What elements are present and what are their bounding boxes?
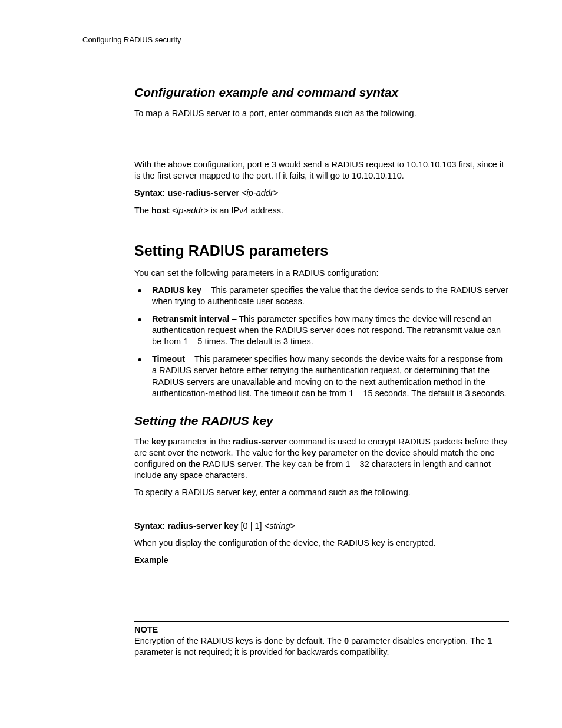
bullet-lead: Retransmit interval [152,314,229,324]
bullet-rest: – This parameter specifies the value tha… [152,285,508,306]
heading-setting-radius-parameters: Setting RADIUS parameters [134,242,509,259]
paragraph: The key parameter in the radius-server c… [134,436,509,482]
text: The [134,437,151,446]
text-bold: host [151,206,170,215]
list-item: Timeout – This parameter specifies how m… [134,354,509,400]
note-body: Encryption of the RADIUS keys is done by… [134,635,509,658]
spacer [134,504,509,521]
example-label: Example [134,555,509,565]
bullet-rest: – This parameter specifies how many seco… [152,354,507,398]
bullet-list: RADIUS key – This parameter specifies th… [134,285,509,400]
text: Encryption of the RADIUS keys is done by… [134,636,344,645]
syntax-label: Syntax: [134,188,165,197]
spacer [134,125,509,159]
text-bold: key [151,437,166,446]
heading-config-example: Configuration example and command syntax [134,85,509,100]
note-rule-bottom [134,664,509,664]
paragraph: To map a RADIUS server to a port, enter … [134,108,509,119]
spacer [134,572,509,621]
list-item: RADIUS key – This parameter specifies th… [134,285,509,308]
paragraph: To specify a RADIUS server key, enter a … [134,487,509,498]
syntax-command: use-radius-server [167,188,239,197]
text: The [134,206,151,215]
text: parameter disables encryption. The [349,636,487,645]
text: parameter in the [166,437,233,446]
body-column: Configuration example and command syntax… [134,85,509,664]
syntax-arg: <ip-addr> [242,188,278,197]
syntax-line: Syntax: radius-server key [0 | 1] <strin… [134,521,509,532]
syntax-line: Syntax: use-radius-server <ip-addr> [134,187,509,199]
paragraph: The host <ip-addr> is an IPv4 address. [134,205,509,216]
syntax-arg: <string> [265,521,295,531]
list-item: Retransmit interval – This parameter spe… [134,314,509,348]
paragraph: With the above configuration, port e 3 w… [134,159,509,182]
text-bold: radius-server [233,437,287,446]
text-italic: <ip-addr> [170,206,209,215]
page: Configuring RADIUS security Configuratio… [0,0,562,728]
paragraph: When you display the configuration of th… [134,538,509,549]
bullet-lead: Timeout [152,354,185,364]
text: parameter is not required; it is provide… [134,647,389,657]
text-bold: key [302,448,316,457]
note-label: NOTE [134,625,509,634]
text: is an IPv4 address. [209,206,283,215]
heading-setting-radius-key: Setting the RADIUS key [134,414,509,428]
syntax-options: [0 | 1] [239,521,265,531]
syntax-command: radius-server key [167,521,238,531]
text-bold: 1 [487,636,492,645]
note-rule-top [134,621,509,622]
paragraph: You can set the following parameters in … [134,268,509,279]
syntax-label: Syntax: [134,521,165,531]
text-bold: 0 [344,636,349,645]
bullet-lead: RADIUS key [152,285,201,295]
running-header: Configuring RADIUS security [82,35,509,44]
